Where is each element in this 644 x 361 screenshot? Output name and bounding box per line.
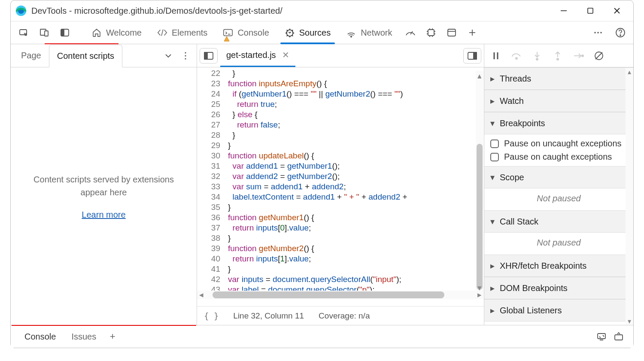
- file-tab[interactable]: get-started.js ✕: [220, 44, 295, 67]
- svg-point-39: [582, 55, 583, 57]
- vertical-scrollbar[interactable]: ▴ ▾: [476, 71, 483, 291]
- step-into-button[interactable]: [529, 48, 545, 64]
- svg-rect-28: [204, 52, 207, 59]
- scroll-right-icon[interactable]: ▸: [475, 291, 484, 299]
- hide-debugger-button[interactable]: [463, 48, 481, 64]
- file-tab-label: get-started.js: [226, 50, 276, 60]
- scope-not-paused: Not paused: [484, 188, 633, 210]
- triangle-right-icon: ▸: [489, 96, 495, 106]
- tab-label: Console: [237, 28, 269, 38]
- section-dom[interactable]: ▸DOM Breakpoints: [484, 277, 633, 299]
- deactivate-breakpoints-button[interactable]: [591, 48, 607, 64]
- section-global[interactable]: ▸Global Listeners: [484, 299, 633, 322]
- section-label: Scope: [500, 173, 524, 182]
- horizontal-scrollbar[interactable]: ◂ ▸: [197, 291, 484, 299]
- debugger-sections: ▸Threads ▸Watch ▾Breakpoints Pause on un…: [484, 67, 633, 325]
- step-button[interactable]: [570, 48, 586, 64]
- help-button[interactable]: [610, 27, 631, 38]
- navigator-empty-message: Content scripts served by extensions app…: [31, 173, 177, 199]
- scroll-down-icon[interactable]: ▾: [626, 317, 633, 325]
- more-options-button[interactable]: [588, 30, 608, 35]
- navigator-tab-content-scripts[interactable]: Content scripts: [49, 45, 122, 67]
- drawer-tab-console[interactable]: Console: [17, 332, 64, 342]
- performance-button[interactable]: [400, 21, 421, 44]
- navigator-body: Content scripts served by extensions app…: [11, 67, 197, 325]
- window-title: DevTools - microsoftedge.github.io/Demos…: [31, 6, 558, 16]
- section-scope[interactable]: ▾Scope: [484, 166, 633, 188]
- scroll-left-icon[interactable]: ◂: [197, 291, 206, 299]
- section-label: Call Stack: [500, 217, 538, 227]
- navigator-tab-page[interactable]: Page: [13, 44, 49, 67]
- code-content[interactable]: }function inputsAreEmpty() { if (getNumb…: [225, 67, 484, 306]
- sources-icon: [285, 27, 295, 38]
- scroll-up-icon[interactable]: ▴: [626, 68, 633, 76]
- tab-welcome[interactable]: Welcome: [84, 21, 149, 44]
- expand-drawer-icon[interactable]: [610, 332, 627, 341]
- close-button[interactable]: [611, 5, 623, 17]
- window-titlebar: DevTools - microsoftedge.github.io/Demos…: [11, 0, 633, 21]
- svg-point-35: [536, 58, 538, 60]
- tab-network[interactable]: Network: [338, 21, 400, 44]
- maximize-button[interactable]: [584, 5, 596, 17]
- section-xhr[interactable]: ▸XHR/fetch Breakpoints: [484, 255, 633, 277]
- tab-console[interactable]: Console: [215, 21, 276, 44]
- svg-point-19: [594, 32, 596, 33]
- add-tab-button[interactable]: [462, 21, 483, 44]
- elements-icon: [157, 27, 167, 38]
- section-breakpoints[interactable]: ▾Breakpoints: [484, 112, 633, 134]
- sensors-icon[interactable]: [593, 332, 610, 341]
- pretty-print-button[interactable]: { }: [204, 311, 219, 321]
- editor-tabs: get-started.js ✕: [197, 44, 484, 67]
- debugger-toolbar: [484, 44, 633, 67]
- debugger-scrollbar[interactable]: ▴ ▾: [626, 68, 633, 325]
- tab-elements[interactable]: Elements: [149, 21, 215, 44]
- triangle-right-icon: ▸: [489, 283, 495, 293]
- hide-navigator-button[interactable]: [200, 48, 218, 64]
- section-threads[interactable]: ▸Threads: [484, 67, 633, 90]
- drawer-tab-issues[interactable]: Issues: [64, 332, 104, 342]
- network-icon: [346, 27, 356, 38]
- dock-side-button[interactable]: [55, 21, 75, 44]
- callstack-not-paused: Not paused: [484, 233, 633, 255]
- section-watch[interactable]: ▸Watch: [484, 90, 633, 112]
- inspect-element-button[interactable]: [13, 21, 34, 44]
- checkbox-icon: [490, 153, 499, 161]
- svg-rect-3: [588, 8, 593, 13]
- learn-more-link[interactable]: Learn more: [82, 210, 125, 220]
- svg-rect-8: [45, 31, 48, 36]
- line-column-status: Line 32, Column 11: [233, 311, 304, 321]
- memory-button[interactable]: [421, 21, 441, 44]
- pause-caught-checkbox[interactable]: Pause on caught exceptions: [489, 150, 628, 164]
- scroll-up-icon[interactable]: ▴: [476, 71, 483, 79]
- svg-point-20: [597, 32, 599, 33]
- triangle-right-icon: ▸: [489, 261, 495, 271]
- svg-line-41: [595, 52, 602, 59]
- minimize-button[interactable]: [558, 5, 570, 17]
- more-vertical-icon[interactable]: [177, 52, 194, 60]
- svg-point-13: [351, 36, 352, 37]
- checkbox-icon: [490, 140, 499, 148]
- step-over-button[interactable]: [508, 48, 525, 64]
- step-out-button[interactable]: [550, 48, 566, 64]
- code-editor[interactable]: 2223242526272829303132333435363738394041…: [197, 67, 484, 306]
- drawer-add-tab-button[interactable]: +: [104, 331, 121, 342]
- close-file-button[interactable]: ✕: [280, 50, 291, 60]
- tab-label: Elements: [172, 28, 207, 38]
- pause-uncaught-checkbox[interactable]: Pause on uncaught exceptions: [489, 137, 628, 150]
- section-callstack[interactable]: ▾Call Stack: [484, 210, 633, 233]
- application-button[interactable]: [441, 21, 462, 44]
- svg-rect-14: [428, 30, 434, 36]
- tab-sources[interactable]: Sources: [277, 21, 338, 44]
- pause-button[interactable]: [488, 48, 504, 64]
- chevron-down-icon[interactable]: [160, 53, 177, 58]
- section-label: DOM Breakpoints: [500, 283, 568, 293]
- section-label: Threads: [500, 74, 531, 84]
- device-toolbar-button[interactable]: [34, 21, 55, 44]
- section-label: XHR/fetch Breakpoints: [500, 261, 586, 271]
- svg-point-24: [185, 52, 186, 53]
- navigator-tabs: Page Content scripts: [11, 44, 197, 67]
- svg-rect-6: [20, 30, 27, 35]
- svg-rect-30: [474, 52, 477, 59]
- tab-label: Sources: [299, 28, 331, 38]
- triangle-down-icon: ▾: [489, 216, 495, 227]
